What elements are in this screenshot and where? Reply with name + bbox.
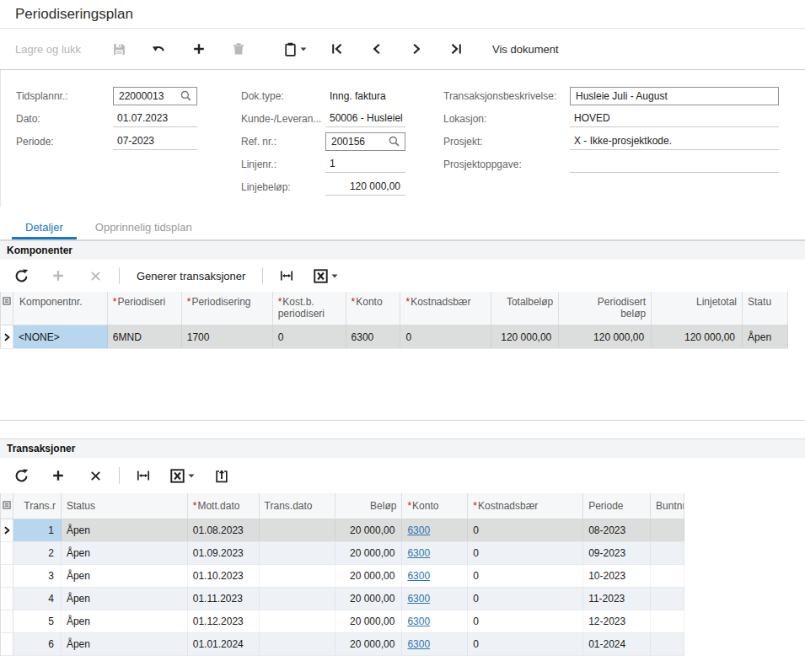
transaction-row[interactable]: 6 Åpen 01.01.2024 20 000,00 6300 0 01-20…	[1, 633, 684, 656]
kunde-field[interactable]: 50006 - Husleiel	[325, 110, 405, 127]
cell-belop[interactable]: 20 000,00	[335, 519, 403, 541]
tab-detaljer[interactable]: Detaljer	[12, 218, 77, 239]
column-header-status[interactable]: Status	[62, 493, 188, 519]
column-header-komponentnr[interactable]: Komponentnr.	[13, 292, 108, 325]
cell-mottdato[interactable]: 01.10.2023	[188, 565, 260, 587]
cell-periodiseringskode[interactable]: 6MND	[108, 325, 182, 348]
cell-periode[interactable]: 10-2023	[583, 565, 651, 587]
cell-komponentnr[interactable]: <NONE>	[13, 325, 108, 348]
cell-periode[interactable]: 12-2023	[583, 610, 651, 632]
cell-kostnadsbaerer[interactable]: 0	[468, 519, 583, 541]
row-selector-cell[interactable]	[1, 610, 13, 632]
column-header-mottdato[interactable]: *Mott.dato	[188, 493, 260, 519]
cell-belop[interactable]: 20 000,00	[335, 565, 403, 587]
column-header-belop[interactable]: Beløp	[335, 493, 403, 519]
cell-periode[interactable]: 11-2023	[583, 588, 651, 610]
cell-kostb-periodisering[interactable]: 0	[273, 325, 346, 348]
cell-status[interactable]: Åpen	[62, 610, 188, 632]
column-header-periodisering[interactable]: *Periodisering	[182, 292, 273, 325]
export-excel-button[interactable]	[305, 264, 346, 288]
lookup-icon[interactable]	[388, 135, 400, 148]
column-header-kostnadsbaerer[interactable]: *Kostnadsbær	[400, 292, 491, 325]
cell-belop[interactable]: 20 000,00	[335, 588, 403, 610]
undo-button[interactable]	[139, 36, 179, 62]
cell-linjetotal[interactable]: 120 000,00	[652, 325, 743, 348]
komponenter-row[interactable]: <NONE> 6MND 1700 0 6300 0 120 000,00 120…	[1, 325, 788, 349]
column-header-transdato[interactable]: Trans.dato	[260, 493, 335, 519]
cell-periode[interactable]: 01-2024	[583, 633, 651, 655]
column-header-kostnadsbaerer[interactable]: *Kostnadsbær	[468, 493, 583, 519]
cell-totalbelop[interactable]: 120 000,00	[491, 325, 559, 348]
transaction-row[interactable]: 5 Åpen 01.12.2023 20 000,00 6300 0 12-20…	[1, 610, 684, 633]
current-row-marker[interactable]	[1, 519, 13, 541]
add-row-button[interactable]	[40, 464, 77, 487]
delete-button[interactable]	[218, 36, 258, 62]
cell-konto[interactable]: 6300	[346, 325, 401, 348]
transaction-row[interactable]: 3 Åpen 01.10.2023 20 000,00 6300 0 10-20…	[1, 565, 684, 588]
dato-field[interactable]: 01.07.2023	[113, 110, 197, 127]
cell-periode[interactable]: 09-2023	[583, 542, 651, 564]
cell-belop[interactable]: 20 000,00	[335, 542, 403, 564]
cell-status[interactable]: Åpen	[62, 542, 188, 564]
cell-transnr[interactable]: 5	[13, 610, 62, 632]
cell-mottdato[interactable]: 01.12.2023	[188, 610, 260, 632]
cell-periodisert-belop[interactable]: 120 000,00	[559, 325, 652, 348]
cell-transnr[interactable]: 1	[13, 519, 62, 541]
cell-buntnr[interactable]	[651, 519, 684, 541]
cell-kostnadsbaerer[interactable]: 0	[468, 633, 583, 655]
column-header-status[interactable]: Statu	[743, 292, 788, 325]
cell-belop[interactable]: 20 000,00	[335, 633, 403, 655]
column-header-konto[interactable]: *Konto	[402, 493, 468, 519]
cell-transnr[interactable]: 6	[13, 633, 62, 655]
column-header-periodisert-belop[interactable]: Periodisert beløp	[559, 292, 652, 325]
cell-periodisering[interactable]: 1700	[182, 325, 273, 348]
cell-mottdato[interactable]: 01.11.2023	[188, 588, 260, 610]
cell-mottdato[interactable]: 01.08.2023	[188, 519, 260, 541]
add-row-button[interactable]	[40, 264, 77, 288]
cell-transdato[interactable]	[260, 610, 335, 632]
periode-field[interactable]: 07-2023	[113, 132, 197, 150]
last-record-button[interactable]	[436, 36, 475, 62]
column-header-konto[interactable]: *Konto	[346, 292, 401, 325]
konto-link[interactable]: 6300	[407, 524, 430, 536]
lookup-icon[interactable]	[180, 89, 192, 102]
konto-link[interactable]: 6300	[407, 570, 430, 582]
fit-width-button[interactable]	[268, 264, 305, 288]
konto-link[interactable]: 6300	[407, 616, 430, 627]
transaction-row[interactable]: 1 Åpen 01.08.2023 20 000,00 6300 0 08-20…	[1, 519, 684, 542]
row-selector-header[interactable]	[1, 292, 13, 325]
prosjektoppgave-field[interactable]	[570, 155, 779, 173]
lokasjon-field[interactable]: HOVED	[570, 110, 779, 127]
generer-transaksjoner-button[interactable]: Generer transaksjoner	[125, 270, 257, 282]
row-selector-cell[interactable]	[1, 633, 13, 655]
refnr-field[interactable]: 200156	[325, 132, 405, 151]
konto-link[interactable]: 6300	[407, 593, 430, 605]
save-and-close-button[interactable]: Lagre og lukk	[15, 43, 99, 56]
cell-kostnadsbaerer[interactable]: 0	[468, 542, 583, 564]
view-document-button[interactable]: Vis dokument	[492, 43, 559, 56]
transaction-row[interactable]: 4 Åpen 01.11.2023 20 000,00 6300 0 11-20…	[1, 588, 684, 610]
cell-kostnadsbaerer[interactable]: 0	[468, 565, 583, 587]
cell-mottdato[interactable]: 01.09.2023	[188, 542, 260, 564]
refresh-button[interactable]	[3, 464, 40, 487]
cell-transnr[interactable]: 2	[13, 542, 62, 564]
cell-status[interactable]: Åpen	[62, 519, 188, 541]
cell-transdato[interactable]	[260, 542, 335, 564]
row-selector-cell[interactable]	[1, 542, 13, 564]
next-record-button[interactable]	[396, 36, 436, 62]
cell-status[interactable]: Åpen	[62, 565, 188, 587]
save-button[interactable]	[99, 36, 139, 62]
cell-transdato[interactable]	[260, 565, 335, 587]
row-selector-header[interactable]	[1, 493, 13, 519]
column-header-periodiseringskode[interactable]: *Periodiseri	[108, 292, 182, 325]
prosjekt-field[interactable]: X - Ikke-prosjektkode.	[570, 132, 779, 150]
cell-kostnadsbaerer[interactable]: 0	[468, 588, 583, 610]
transaksjonsbeskrivelse-field[interactable]: Husleie Juli - August	[570, 87, 779, 105]
clipboard-menu-button[interactable]	[273, 36, 317, 62]
cell-periode[interactable]: 08-2023	[583, 519, 651, 541]
cell-buntnr[interactable]	[651, 588, 684, 610]
cell-status[interactable]: Åpen	[62, 588, 188, 610]
cell-transdato[interactable]	[260, 588, 335, 610]
cell-belop[interactable]: 20 000,00	[335, 610, 403, 632]
cell-buntnr[interactable]	[651, 565, 684, 587]
